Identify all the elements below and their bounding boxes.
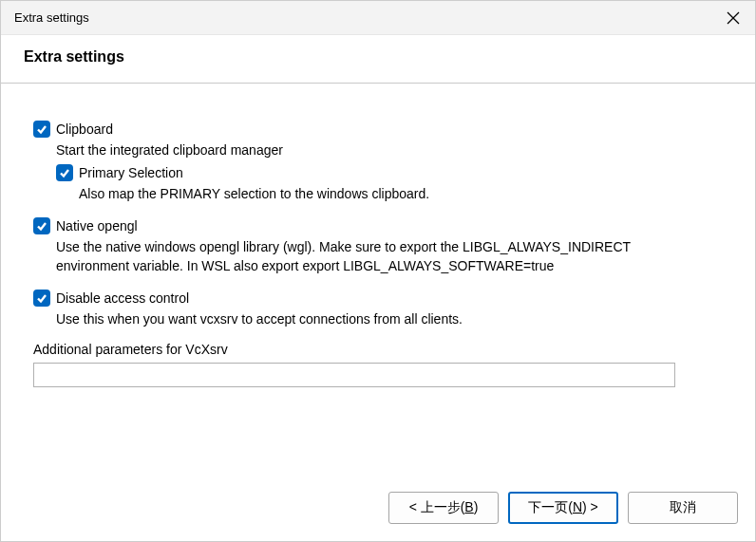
disable-access-control-label: Disable access control <box>56 289 189 308</box>
disable-access-control-desc: Use this when you want vcxsrv to accept … <box>33 309 723 328</box>
primary-row: Primary Selection <box>33 163 723 182</box>
button-row: < 上一步(B) 下一页(N) > 取消 <box>388 492 738 524</box>
clipboard-checkbox[interactable] <box>33 121 50 138</box>
content-area: Clipboard Start the integrated clipboard… <box>1 84 755 387</box>
disable-ac-row: Disable access control <box>33 289 723 308</box>
primary-selection-checkbox[interactable] <box>56 164 73 181</box>
close-icon <box>727 11 740 25</box>
primary-selection-desc: Also map the PRIMARY selection to the wi… <box>33 184 723 203</box>
primary-selection-label: Primary Selection <box>79 163 183 182</box>
native-opengl-desc: Use the native windows opengl library (w… <box>33 237 641 275</box>
clipboard-row: Clipboard <box>33 120 723 139</box>
native-opengl-checkbox[interactable] <box>33 217 50 234</box>
dialog-header: Extra settings <box>1 35 755 84</box>
next-button[interactable]: 下一页(N) > <box>508 492 618 524</box>
close-button[interactable] <box>725 9 742 27</box>
opengl-row: Native opengl <box>33 216 723 235</box>
page-title: Extra settings <box>24 48 732 65</box>
additional-params-input[interactable] <box>33 363 675 387</box>
additional-params-label: Additional parameters for VcXsrv <box>33 342 723 357</box>
disable-access-control-checkbox[interactable] <box>33 290 50 307</box>
window-title: Extra settings <box>14 10 89 25</box>
native-opengl-label: Native opengl <box>56 216 138 235</box>
clipboard-label: Clipboard <box>56 120 113 139</box>
check-icon <box>36 220 47 232</box>
titlebar: Extra settings <box>1 1 755 35</box>
check-icon <box>36 292 47 304</box>
cancel-button[interactable]: 取消 <box>628 492 738 524</box>
check-icon <box>36 123 47 135</box>
check-icon <box>59 167 70 178</box>
clipboard-desc: Start the integrated clipboard manager <box>33 140 723 159</box>
back-button[interactable]: < 上一步(B) <box>388 492 499 524</box>
